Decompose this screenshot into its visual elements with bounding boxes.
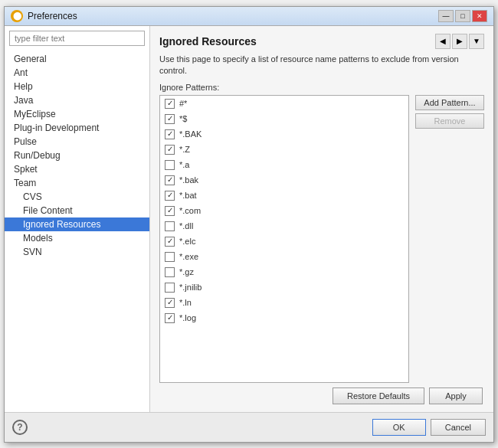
forward-button[interactable]: ▶ (452, 34, 467, 49)
preferences-dialog: ⬤ Preferences — □ ✕ GeneralAntHelpJavaMy… (4, 6, 494, 443)
list-item[interactable]: *.dll (160, 218, 408, 234)
dialog-title: Preferences (28, 11, 77, 21)
sidebar-item-models[interactable]: Models (5, 231, 149, 245)
sidebar-item-spket[interactable]: Spket (5, 162, 149, 176)
pattern-checkbox[interactable] (165, 129, 175, 139)
list-item[interactable]: *.ln (160, 295, 408, 310)
pattern-checkbox[interactable] (165, 283, 175, 293)
panel-header: Ignored Resources ◀ ▶ ▼ (159, 34, 484, 49)
restore-defaults-button[interactable]: Restore Defaults (333, 388, 424, 404)
sidebar-item-pulse[interactable]: Pulse (5, 135, 149, 149)
panel-toolbar: ◀ ▶ ▼ (435, 34, 484, 49)
sidebar-item-myeclipse[interactable]: MyEclipse (5, 107, 149, 121)
pattern-label: *.bat (179, 191, 197, 200)
list-item[interactable]: *.bak (160, 172, 408, 188)
pattern-label: *.dll (179, 221, 193, 231)
list-item[interactable]: *.BAK (160, 126, 408, 142)
sidebar-item-general[interactable]: General (5, 52, 149, 66)
list-item[interactable]: *.elc (160, 234, 408, 249)
pattern-label: *.elc (179, 237, 195, 246)
list-item[interactable]: *.exe (160, 249, 408, 264)
pattern-label: *.ln (179, 298, 192, 307)
minimize-button[interactable]: — (438, 10, 454, 22)
pattern-label: *.BAK (179, 129, 201, 139)
patterns-list[interactable]: #**$*.BAK*.Z*.a*.bak*.bat*.com*.dll*.elc… (159, 95, 409, 382)
pattern-label: *.exe (179, 252, 198, 261)
pattern-checkbox[interactable] (165, 145, 175, 155)
filter-input[interactable] (9, 31, 145, 46)
pattern-checkbox[interactable] (165, 237, 175, 247)
menu-button[interactable]: ▼ (469, 34, 484, 49)
title-bar-left: ⬤ Preferences (11, 10, 77, 22)
title-controls: — □ ✕ (438, 10, 487, 22)
sidebar-item-ant[interactable]: Ant (5, 66, 149, 80)
sidebar-item-java[interactable]: Java (5, 93, 149, 107)
sidebar-item-file-content[interactable]: File Content (5, 204, 149, 217)
pattern-checkbox[interactable] (165, 252, 175, 262)
remove-button[interactable]: Remove (415, 113, 484, 129)
list-item[interactable]: *.gz (160, 264, 408, 280)
sidebar-item-plug-in-development[interactable]: Plug-in Development (5, 121, 149, 135)
title-bar: ⬤ Preferences — □ ✕ (5, 7, 493, 26)
pattern-label: *$ (179, 114, 187, 123)
sidebar-item-run-debug[interactable]: Run/Debug (5, 149, 149, 162)
pattern-checkbox[interactable] (165, 99, 175, 109)
sidebar-item-ignored-resources[interactable]: Ignored Resources (5, 217, 149, 231)
pattern-checkbox[interactable] (165, 267, 175, 277)
restore-apply-row: Restore Defaults Apply (159, 388, 484, 404)
pattern-checkbox[interactable] (165, 206, 175, 216)
ok-cancel-row: ? OK Cancel (5, 412, 493, 442)
pattern-checkbox[interactable] (165, 313, 175, 323)
list-item[interactable]: *.log (160, 310, 408, 325)
pattern-checkbox[interactable] (165, 175, 175, 185)
pattern-label: *.log (179, 313, 196, 322)
pattern-checkbox[interactable] (165, 298, 175, 308)
sidebar-tree: GeneralAntHelpJavaMyEclipsePlug-in Devel… (5, 51, 149, 412)
panel-title: Ignored Resources (159, 35, 257, 47)
sidebar-item-help[interactable]: Help (5, 80, 149, 93)
list-item[interactable]: *.jnilib (160, 280, 408, 295)
pattern-label: *.gz (179, 267, 194, 276)
dialog-icon: ⬤ (11, 10, 23, 22)
pattern-label: *.com (179, 206, 201, 215)
sidebar-item-svn[interactable]: SVN (5, 245, 149, 259)
panel-description: Use this page to specify a list of resou… (159, 54, 484, 77)
ok-button[interactable]: OK (372, 419, 426, 436)
main-panel: Ignored Resources ◀ ▶ ▼ Use this page to… (150, 26, 493, 412)
list-item[interactable]: #* (160, 96, 408, 111)
close-button[interactable]: ✕ (472, 10, 487, 22)
pattern-checkbox[interactable] (165, 221, 175, 231)
list-item[interactable]: *.Z (160, 142, 408, 157)
help-button[interactable]: ? (12, 420, 28, 435)
pattern-label: *.jnilib (179, 283, 201, 292)
cancel-button[interactable]: Cancel (431, 419, 486, 436)
sidebar-item-team[interactable]: Team (5, 176, 149, 190)
list-item[interactable]: *$ (160, 111, 408, 126)
add-pattern-button[interactable]: Add Pattern... (415, 95, 484, 110)
list-item[interactable]: *.bat (160, 188, 408, 203)
list-item[interactable]: *.com (160, 203, 408, 218)
maximize-button[interactable]: □ (455, 10, 470, 22)
pattern-checkbox[interactable] (165, 114, 175, 124)
pattern-checkbox[interactable] (165, 160, 175, 170)
pattern-label: #* (179, 99, 187, 108)
pattern-checkbox[interactable] (165, 191, 175, 201)
pattern-label: *.a (179, 160, 189, 169)
list-item[interactable]: *.a (160, 157, 408, 172)
patterns-buttons: Add Pattern... Remove (415, 95, 484, 382)
sidebar: GeneralAntHelpJavaMyEclipsePlug-in Devel… (5, 26, 150, 412)
pattern-label: *.bak (179, 175, 198, 185)
content-area: GeneralAntHelpJavaMyEclipsePlug-in Devel… (5, 26, 493, 412)
back-button[interactable]: ◀ (435, 34, 450, 49)
pattern-label: *.Z (179, 145, 190, 154)
sidebar-item-cvs[interactable]: CVS (5, 190, 149, 204)
apply-button[interactable]: Apply (429, 388, 483, 404)
patterns-area: #**$*.BAK*.Z*.a*.bak*.bat*.com*.dll*.elc… (159, 95, 484, 382)
ignore-patterns-label: Ignore Patterns: (159, 83, 484, 92)
